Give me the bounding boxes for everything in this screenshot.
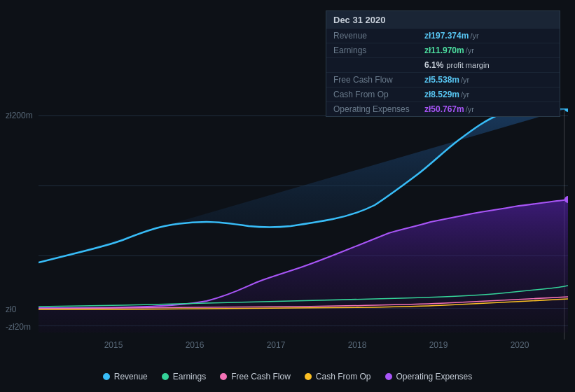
tooltip-row-earnings: Earnings zł11.970m /yr [326,43,560,58]
tooltip-sub-profit: profit margin [446,61,489,69]
legend-dot-fcf [220,373,227,380]
chart-legend: Revenue Earnings Free Cash Flow Cash Fro… [0,372,575,382]
tooltip-unit-opex: /yr [466,105,474,113]
y-label-neg20m: -zł20m [6,322,31,332]
tooltip-value-cashop: zł8.529m [424,90,459,99]
legend-item-earnings[interactable]: Earnings [162,372,206,382]
tooltip-unit-fcf: /yr [461,76,469,84]
x-label-2015: 2015 [104,340,123,350]
tooltip-unit-revenue: /yr [470,31,478,40]
tooltip-label-opex: Operating Expenses [333,104,424,114]
legend-dot-earnings [162,373,169,380]
legend-label-cashop: Cash From Op [316,372,371,382]
chart-container: Dec 31 2020 Revenue zł197.374m /yr Earni… [0,0,575,392]
tooltip-unit-earnings: /yr [466,46,474,55]
x-label-2017: 2017 [267,340,286,350]
legend-dot-revenue [103,373,110,380]
legend-label-fcf: Free Cash Flow [231,372,291,382]
tooltip-row-revenue: Revenue zł197.374m /yr [326,29,560,43]
legend-dot-opex [385,373,392,380]
tooltip-label-cashop: Cash From Op [333,90,424,99]
tooltip-unit-cashop: /yr [461,90,469,99]
legend-label-opex: Operating Expenses [396,372,473,382]
tooltip-value-opex: zł50.767m [424,104,464,114]
revenue-endpoint [564,108,568,112]
chart-svg [39,108,568,332]
tooltip-value-earnings: zł11.970m [424,46,464,55]
x-label-2020: 2020 [511,340,529,350]
tooltip-label-fcf: Free Cash Flow [333,75,424,85]
y-label-200m: zł200m [6,111,33,120]
legend-label-earnings: Earnings [173,372,206,382]
legend-item-cashop[interactable]: Cash From Op [305,372,371,382]
legend-item-fcf[interactable]: Free Cash Flow [220,372,291,382]
tooltip-row-cashop: Cash From Op zł8.529m /yr [326,88,560,102]
tooltip-row-fcf: Free Cash Flow zł5.538m /yr [326,73,560,88]
x-label-2019: 2019 [429,340,448,350]
y-label-0: zł0 [6,304,16,314]
legend-label-revenue: Revenue [114,372,148,382]
tooltip-label-revenue: Revenue [333,31,424,41]
tooltip-value-revenue: zł197.374m [424,31,469,41]
legend-item-revenue[interactable]: Revenue [103,372,148,382]
x-label-2018: 2018 [348,340,367,350]
tooltip: Dec 31 2020 Revenue zł197.374m /yr Earni… [326,10,560,117]
tooltip-row-profit: 6.1% profit margin [326,58,560,73]
tooltip-date: Dec 31 2020 [326,11,560,29]
legend-item-opex[interactable]: Operating Expenses [385,372,473,382]
legend-dot-cashop [305,373,312,380]
tooltip-value-fcf: zł5.538m [424,75,459,85]
tooltip-label-earnings: Earnings [333,46,424,55]
tooltip-row-opex: Operating Expenses zł50.767m /yr [326,102,560,116]
x-label-2016: 2016 [186,340,205,350]
tooltip-value-profit: 6.1% [424,60,443,70]
